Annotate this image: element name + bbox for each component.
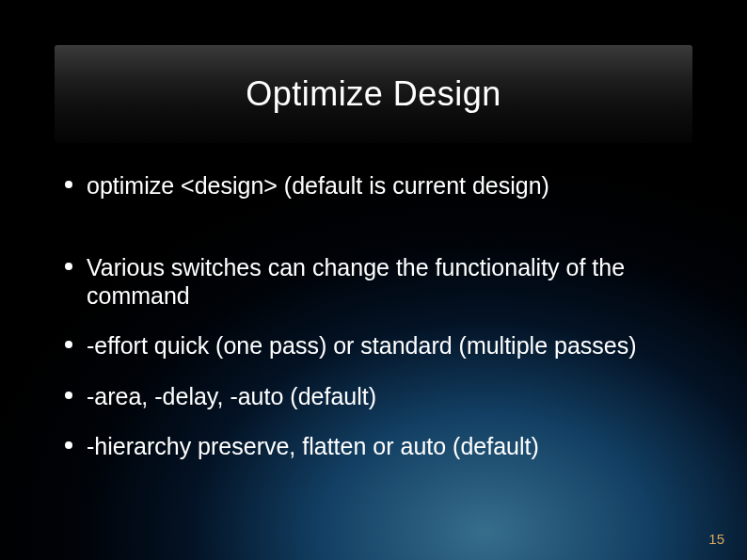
bullet-text: Various switches can change the function…	[87, 254, 625, 310]
bullet-text: -hierarchy preserve, flatten or auto (de…	[87, 433, 539, 459]
bullet-text: optimize <design> (default is current de…	[87, 172, 549, 199]
content-area: optimize <design> (default is current de…	[55, 171, 694, 460]
title-box: Optimize Design	[55, 45, 692, 143]
bullet-text: -area, -delay, -auto (default)	[87, 383, 376, 409]
list-item: -area, -delay, -auto (default)	[55, 382, 694, 411]
list-item: -effort quick (one pass) or standard (mu…	[55, 331, 694, 360]
list-item: -hierarchy preserve, flatten or auto (de…	[55, 432, 694, 461]
list-item: Various switches can change the function…	[55, 253, 694, 311]
list-item: optimize <design> (default is current de…	[55, 171, 694, 200]
bullet-text: -effort quick (one pass) or standard (mu…	[87, 332, 637, 359]
slide: Optimize Design optimize <design> (defau…	[0, 0, 747, 560]
bullet-list: optimize <design> (default is current de…	[55, 171, 694, 460]
page-number: 15	[708, 531, 724, 547]
slide-title: Optimize Design	[246, 74, 501, 114]
